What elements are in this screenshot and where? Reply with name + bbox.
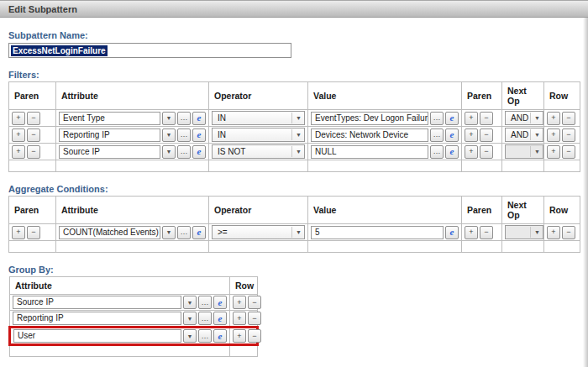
attribute-expression-button[interactable]: e xyxy=(213,296,227,309)
minus-icon: − xyxy=(484,228,488,236)
remove-row-button[interactable]: − xyxy=(248,329,261,343)
paren-close-button[interactable]: − xyxy=(480,145,493,159)
operator-select[interactable]: IS NOT ▼ xyxy=(212,144,305,159)
add-row-button[interactable]: + xyxy=(233,312,246,325)
plus-icon: + xyxy=(16,114,20,122)
value-field[interactable]: EventTypes: Dev Logon Failure xyxy=(311,112,428,125)
minus-icon: − xyxy=(566,228,570,236)
value-expression-button[interactable]: e xyxy=(445,226,459,239)
ellipsis-icon: … xyxy=(433,148,441,155)
attribute-dropdown-button[interactable]: ▼ xyxy=(162,226,176,239)
attribute-dropdown-button[interactable]: ▼ xyxy=(183,329,197,343)
operator-select[interactable]: IN ▼ xyxy=(212,111,305,125)
ellipsis-icon: … xyxy=(181,114,188,122)
add-row-button[interactable]: + xyxy=(547,145,560,159)
nextop-select[interactable]: AND ▼ xyxy=(505,111,543,125)
nextop-select[interactable]: ▼ xyxy=(505,225,543,239)
value-browse-button[interactable]: … xyxy=(430,145,444,159)
attribute-dropdown-button[interactable]: ▼ xyxy=(162,112,176,125)
paren-close-button[interactable]: − xyxy=(480,128,493,142)
attribute-browse-button[interactable]: … xyxy=(198,312,212,325)
attribute-browse-button[interactable]: … xyxy=(177,128,191,142)
chevron-down-icon: ▼ xyxy=(187,333,193,339)
attribute-dropdown-button[interactable]: ▼ xyxy=(183,312,197,325)
paren-close-button[interactable]: − xyxy=(480,112,493,125)
add-row-button[interactable]: + xyxy=(547,226,560,239)
value-browse-button[interactable]: … xyxy=(430,128,444,142)
group-by-header-attribute: Attribute xyxy=(10,277,230,295)
minus-icon: − xyxy=(252,333,256,340)
paren-close-button[interactable]: − xyxy=(27,145,40,159)
value-field[interactable]: Devices: Network Device xyxy=(311,128,428,142)
attribute-browse-button[interactable]: … xyxy=(177,112,191,125)
attribute-field[interactable]: Source IP xyxy=(59,145,160,159)
attribute-field[interactable]: Event Type xyxy=(59,112,160,125)
filters-header-row-col: Row xyxy=(544,82,580,110)
minus-icon: − xyxy=(566,131,570,139)
filters-table: Paren Attribute Operator Value Paren Nex… xyxy=(8,81,580,172)
paren-close-button[interactable]: − xyxy=(27,226,40,239)
paren-open-button[interactable]: + xyxy=(12,128,25,142)
value-browse-button[interactable]: … xyxy=(430,112,444,125)
remove-row-button[interactable]: − xyxy=(562,112,575,125)
attribute-dropdown-button[interactable]: ▼ xyxy=(162,145,176,159)
plus-icon: + xyxy=(237,299,241,307)
remove-row-button[interactable]: − xyxy=(562,145,575,159)
paren-open-button[interactable]: + xyxy=(12,145,25,159)
attribute-field[interactable]: Reporting IP xyxy=(59,128,160,142)
attribute-field[interactable]: Source IP xyxy=(13,296,181,309)
paren-open-button[interactable]: + xyxy=(12,226,25,239)
add-row-button[interactable]: + xyxy=(547,112,560,125)
plus-icon: + xyxy=(551,228,555,236)
value-field[interactable]: 5 xyxy=(311,226,444,239)
chevron-down-icon: ▼ xyxy=(187,316,193,322)
paren-close-button[interactable]: − xyxy=(27,112,40,125)
attribute-expression-button[interactable]: e xyxy=(192,226,206,239)
ellipsis-icon: … xyxy=(181,148,188,155)
expression-icon: e xyxy=(197,113,202,123)
attribute-expression-button[interactable]: e xyxy=(192,145,206,159)
paren-open-button[interactable]: + xyxy=(465,145,478,159)
attribute-field[interactable]: Reporting IP xyxy=(13,312,181,325)
ellipsis-icon: … xyxy=(202,315,209,322)
nextop-select[interactable]: ▼ xyxy=(505,144,543,159)
attribute-expression-button[interactable]: e xyxy=(192,128,206,142)
operator-value: >= xyxy=(218,228,228,237)
value-expression-button[interactable]: e xyxy=(445,145,459,159)
attribute-browse-button[interactable]: … xyxy=(177,226,191,239)
value-expression-button[interactable]: e xyxy=(445,112,459,125)
remove-row-button[interactable]: − xyxy=(248,312,261,325)
add-row-button[interactable]: + xyxy=(233,329,246,343)
attribute-browse-button[interactable]: … xyxy=(198,296,212,309)
dialog-title: Edit Subpattern xyxy=(0,0,588,18)
subpattern-name-value: ExcessNetLoginFailure xyxy=(11,45,108,56)
paren-open-button[interactable]: + xyxy=(465,112,478,125)
attribute-expression-button[interactable]: e xyxy=(213,312,227,325)
attribute-expression-button[interactable]: e xyxy=(192,112,206,125)
add-row-button[interactable]: + xyxy=(233,296,246,309)
attribute-browse-button[interactable]: … xyxy=(198,329,212,343)
paren-open-button[interactable]: + xyxy=(12,112,25,125)
add-row-button[interactable]: + xyxy=(547,128,560,142)
value-field[interactable]: NULL xyxy=(311,145,428,159)
attribute-field[interactable]: COUNT(Matched Events) xyxy=(59,226,160,239)
operator-select[interactable]: IN ▼ xyxy=(212,128,305,142)
attribute-field[interactable]: User xyxy=(13,329,181,343)
attribute-dropdown-button[interactable]: ▼ xyxy=(162,128,176,142)
plus-icon: + xyxy=(469,114,473,122)
attribute-dropdown-button[interactable]: ▼ xyxy=(183,296,197,309)
paren-close-button[interactable]: − xyxy=(27,128,40,142)
paren-open-button[interactable]: + xyxy=(465,226,478,239)
attribute-expression-button[interactable]: e xyxy=(213,329,227,343)
remove-row-button[interactable]: − xyxy=(562,128,575,142)
remove-row-button[interactable]: − xyxy=(248,296,261,309)
remove-row-button[interactable]: − xyxy=(562,226,575,239)
operator-value: IS NOT xyxy=(218,147,245,156)
nextop-select[interactable]: AND ▼ xyxy=(505,128,543,142)
paren-open-button[interactable]: + xyxy=(465,128,478,142)
subpattern-name-input[interactable]: ExcessNetLoginFailure xyxy=(8,43,291,58)
attribute-browse-button[interactable]: … xyxy=(177,145,191,159)
value-expression-button[interactable]: e xyxy=(445,128,459,142)
paren-close-button[interactable]: − xyxy=(480,226,493,239)
operator-select[interactable]: >= ▼ xyxy=(212,225,305,239)
